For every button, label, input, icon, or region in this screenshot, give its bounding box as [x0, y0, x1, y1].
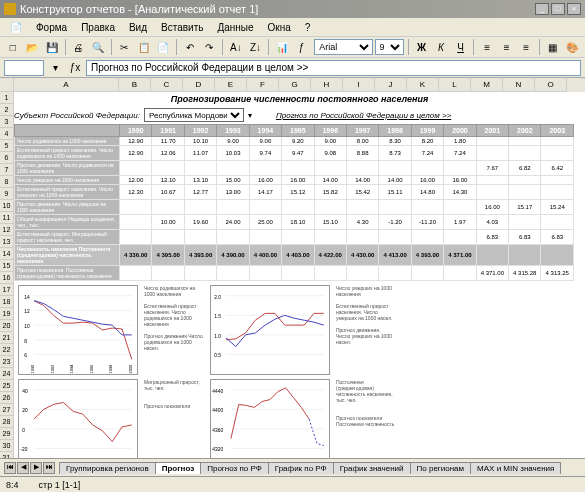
population-chart[interactable]: 44404400 43604320: [210, 379, 330, 458]
births-chart[interactable]: 1412 108 6 19901992 19941996 19982000: [18, 285, 138, 375]
col-header[interactable]: H: [311, 78, 343, 92]
data-cell[interactable]: [249, 266, 281, 281]
col-header[interactable]: E: [215, 78, 247, 92]
row-header[interactable]: 4: [0, 128, 14, 140]
row-header[interactable]: 27: [0, 404, 14, 416]
data-cell[interactable]: [346, 161, 378, 176]
func-icon[interactable]: ƒ: [293, 38, 311, 56]
data-cell[interactable]: 11.70: [152, 137, 184, 146]
data-cell[interactable]: 13.10: [184, 176, 216, 185]
tab-grouping[interactable]: Группировка регионов: [59, 462, 156, 474]
data-cell[interactable]: [379, 230, 411, 245]
region-filter[interactable]: Республика Мордовия: [144, 108, 244, 122]
undo-icon[interactable]: ↶: [181, 38, 199, 56]
data-cell[interactable]: [541, 146, 574, 161]
data-cell[interactable]: [217, 266, 249, 281]
maximize-button[interactable]: □: [551, 3, 565, 15]
formula-input[interactable]: [86, 60, 581, 76]
col-header[interactable]: C: [151, 78, 183, 92]
tab-prev-icon[interactable]: ◀: [17, 462, 29, 474]
data-cell[interactable]: 9.47: [282, 146, 314, 161]
col-header[interactable]: M: [471, 78, 503, 92]
data-cell[interactable]: [152, 266, 184, 281]
data-cell[interactable]: 4 400.00: [249, 245, 281, 266]
data-cell[interactable]: 4.30: [346, 215, 378, 230]
tab-chart-rf[interactable]: График по РФ: [268, 462, 334, 474]
col-header[interactable]: D: [183, 78, 215, 92]
data-cell[interactable]: [411, 266, 443, 281]
data-cell[interactable]: 6.83: [509, 230, 541, 245]
year-header-cell[interactable]: 1998: [379, 125, 411, 137]
forecast-rf-link[interactable]: Прогноз по Российской Федерации в целом …: [276, 111, 451, 120]
data-cell[interactable]: 13.00: [217, 185, 249, 200]
data-cell[interactable]: [282, 161, 314, 176]
data-cell[interactable]: 15.00: [217, 176, 249, 185]
row-header[interactable]: 24: [0, 368, 14, 380]
data-cell[interactable]: 14.30: [444, 185, 476, 200]
data-cell[interactable]: 16.00: [476, 200, 508, 215]
data-cell[interactable]: 4 315.28: [509, 266, 541, 281]
data-cell[interactable]: 4 413.00: [379, 245, 411, 266]
row-label-cell[interactable]: Естественный прирост. Миграционный приро…: [15, 230, 120, 245]
year-header-cell[interactable]: 2002: [509, 125, 541, 137]
year-header-cell[interactable]: 1993: [217, 125, 249, 137]
data-cell[interactable]: 12.90: [120, 137, 152, 146]
menu-edit[interactable]: Правка: [75, 20, 121, 35]
row-header[interactable]: 2: [0, 104, 14, 116]
data-cell[interactable]: [152, 230, 184, 245]
data-cell[interactable]: 4 403.00: [282, 245, 314, 266]
row-header[interactable]: 5: [0, 140, 14, 152]
col-header[interactable]: F: [247, 78, 279, 92]
data-cell[interactable]: [249, 230, 281, 245]
data-cell[interactable]: [152, 200, 184, 215]
data-cell[interactable]: 1.97: [444, 215, 476, 230]
data-cell[interactable]: [476, 245, 508, 266]
copy-icon[interactable]: 📋: [135, 38, 153, 56]
align-right-icon[interactable]: ≡: [517, 38, 535, 56]
row-label-cell[interactable]: Естественный прирост населения. Число ро…: [15, 146, 120, 161]
tab-minmax[interactable]: MAX и MIN значения: [470, 462, 561, 474]
data-cell[interactable]: 16.00: [249, 176, 281, 185]
italic-button[interactable]: К: [432, 38, 450, 56]
data-cell[interactable]: 12.10: [152, 176, 184, 185]
fill-color-icon[interactable]: 🎨: [563, 38, 581, 56]
row-header[interactable]: 16: [0, 272, 14, 284]
row-header[interactable]: 8: [0, 176, 14, 188]
font-select[interactable]: Arial: [314, 39, 372, 55]
row-header[interactable]: 19: [0, 308, 14, 320]
size-select[interactable]: 9: [375, 39, 404, 55]
data-cell[interactable]: 8.30: [379, 137, 411, 146]
dropdown-icon[interactable]: ▾: [248, 111, 252, 120]
data-cell[interactable]: 4 422.00: [314, 245, 346, 266]
data-cell[interactable]: [282, 200, 314, 215]
data-cell[interactable]: 9.20: [282, 137, 314, 146]
data-cell[interactable]: 15.10: [314, 215, 346, 230]
data-cell[interactable]: [346, 266, 378, 281]
close-button[interactable]: ×: [567, 3, 581, 15]
row-header[interactable]: 28: [0, 416, 14, 428]
paste-icon[interactable]: 📄: [155, 38, 173, 56]
data-cell[interactable]: [476, 146, 508, 161]
data-cell[interactable]: [217, 200, 249, 215]
data-cell[interactable]: [282, 266, 314, 281]
data-cell[interactable]: 15.12: [282, 185, 314, 200]
dropdown-icon[interactable]: ▾: [46, 59, 64, 77]
data-cell[interactable]: 7.24: [411, 146, 443, 161]
year-header-cell[interactable]: 2001: [476, 125, 508, 137]
data-cell[interactable]: 4 313.25: [541, 266, 574, 281]
year-header-cell[interactable]: 2003: [541, 125, 574, 137]
tab-forecast-rf[interactable]: Прогноз по РФ: [200, 462, 269, 474]
align-left-icon[interactable]: ≡: [478, 38, 496, 56]
data-cell[interactable]: 15.42: [346, 185, 378, 200]
data-cell[interactable]: [476, 137, 508, 146]
data-cell[interactable]: 16.00: [411, 176, 443, 185]
data-cell[interactable]: [314, 266, 346, 281]
data-cell[interactable]: [314, 200, 346, 215]
data-cell[interactable]: 9.00: [217, 137, 249, 146]
col-header[interactable]: O: [535, 78, 567, 92]
data-cell[interactable]: 11.07: [184, 146, 216, 161]
sort-asc-icon[interactable]: A↓: [227, 38, 245, 56]
data-cell[interactable]: -11.20: [411, 215, 443, 230]
row-header[interactable]: 31: [0, 452, 14, 458]
data-cell[interactable]: [184, 266, 216, 281]
